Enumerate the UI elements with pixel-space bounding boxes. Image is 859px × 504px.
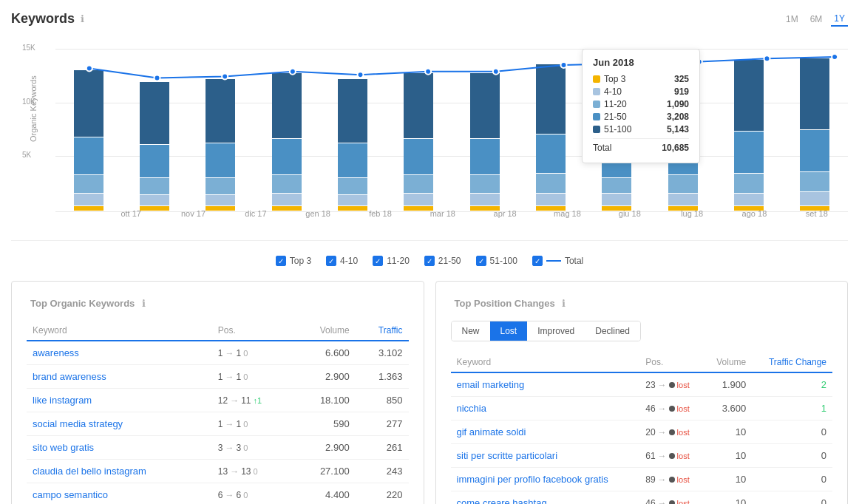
pos-cell: 1 → 1 0 — [218, 419, 288, 429]
volume-cell: 4.400 — [294, 483, 356, 505]
bar-segment — [206, 79, 235, 143]
bar-segment — [140, 145, 169, 177]
traffic-cell: 243 — [356, 460, 409, 483]
bar-segment — [206, 143, 235, 177]
time-filters: 1M 6M 1Y — [783, 12, 848, 27]
keyword-link[interactable]: nicchia — [457, 403, 486, 414]
legend-item[interactable]: ✓11-20 — [373, 256, 410, 266]
pos-cell: 89 → lost — [645, 474, 698, 485]
pos-cell: 3 → 3 0 — [218, 443, 288, 453]
table-row: brand awareness 1 → 1 0 2.900 1.363 — [27, 365, 409, 389]
x-label: ago 18 — [723, 209, 785, 218]
top-organic-panel: Top Organic Keywords ℹ Keyword Pos. Volu… — [11, 281, 424, 504]
keyword-link[interactable]: come creare hashtag — [457, 497, 547, 504]
bar-group — [782, 49, 848, 211]
keyword-link[interactable]: claudia del bello instagram — [33, 466, 146, 477]
legend-checkbox: ✓ — [532, 256, 543, 266]
traffic-cell: 1.363 — [356, 365, 409, 389]
bar-group — [716, 49, 781, 211]
legend-line — [546, 260, 561, 262]
keyword-link[interactable]: sito web gratis — [33, 442, 94, 453]
bar-segment — [536, 134, 566, 173]
table-row: campo semantico 6 → 6 0 4.400 220 — [27, 483, 409, 505]
bar-segment — [74, 70, 103, 137]
time-filter-1m[interactable]: 1M — [783, 13, 801, 26]
pos-cell: 1 → 1 0 — [218, 348, 288, 358]
pc-col-traffic: Traffic Change — [752, 353, 832, 372]
legend-checkbox: ✓ — [424, 256, 435, 266]
bar-segment — [206, 195, 235, 205]
bar-segment — [272, 175, 302, 193]
legend-item[interactable]: ✓4-10 — [326, 256, 358, 266]
bar-segment — [404, 175, 433, 193]
bar-segment — [338, 195, 367, 205]
traffic-cell: 3.102 — [356, 341, 409, 365]
lost-dot — [669, 500, 675, 505]
volume-cell: 10 — [704, 420, 752, 444]
tooltip-total: Total 10,685 — [593, 138, 689, 153]
traffic-cell: 850 — [356, 389, 409, 412]
bar-segment — [140, 195, 169, 205]
position-tab-new[interactable]: New — [452, 321, 490, 341]
position-tab-declined[interactable]: Declined — [585, 321, 640, 341]
table-row: come creare hashtag 46 → lost 10 0 — [451, 491, 833, 505]
x-label: set 18 — [786, 209, 848, 218]
keyword-link[interactable]: social media strategy — [33, 418, 123, 429]
bar-segment — [74, 137, 103, 174]
organic-keywords-table: Keyword Pos. Volume Traffic awareness 1 … — [27, 321, 409, 504]
time-filter-6m[interactable]: 6M — [807, 13, 826, 26]
volume-cell: 18.100 — [294, 389, 356, 412]
bar-segment — [74, 175, 103, 193]
legend-label: Top 3 — [290, 256, 311, 266]
bar-segment — [338, 79, 367, 143]
top-position-panel: Top Position Changes ℹ NewLostImprovedDe… — [435, 281, 849, 504]
legend-checkbox: ✓ — [476, 256, 486, 266]
pos-cell: 6 → 6 0 — [218, 490, 288, 500]
volume-cell: 10 — [704, 444, 752, 468]
x-label: mar 18 — [412, 209, 474, 218]
keyword-link[interactable]: campo semantico — [33, 489, 108, 500]
traffic-change-cell: 1 — [752, 397, 832, 420]
volume-cell: 3.600 — [704, 397, 752, 420]
keyword-link[interactable]: awareness — [33, 347, 79, 358]
bar-group — [452, 49, 517, 211]
traffic-cell: 220 — [356, 483, 409, 505]
bar-chart — [55, 49, 848, 211]
keyword-link[interactable]: immagini per profilo facebook gratis — [457, 474, 608, 485]
legend-item[interactable]: ✓21-50 — [424, 256, 461, 266]
bar-segment — [800, 130, 829, 171]
time-filter-1y[interactable]: 1Y — [831, 12, 848, 27]
legend-checkbox: ✓ — [373, 256, 383, 266]
legend-item[interactable]: ✓Total — [532, 256, 583, 266]
bar-segment — [470, 194, 500, 205]
traffic-cell: 261 — [356, 436, 409, 460]
table-row: claudia del bello instagram 13 → 13 0 27… — [27, 460, 409, 483]
keyword-link[interactable]: like instagram — [33, 395, 92, 406]
keyword-link[interactable]: siti per scritte particolari — [457, 450, 558, 461]
x-label: lug 18 — [661, 209, 723, 218]
table-row: sito web gratis 3 → 3 0 2.900 261 — [27, 436, 409, 460]
table-row: immagini per profilo facebook gratis 89 … — [451, 468, 833, 491]
bar-segment — [140, 178, 169, 194]
legend-item[interactable]: ✓51-100 — [476, 256, 517, 266]
x-label: mag 18 — [536, 209, 598, 218]
position-tab-improved[interactable]: Improved — [527, 321, 585, 341]
legend-item[interactable]: ✓Top 3 — [276, 256, 311, 266]
keyword-link[interactable]: gif animate soldi — [457, 426, 526, 437]
position-tab-lost[interactable]: Lost — [490, 321, 528, 341]
tooltip-row: 51-1005,143 — [593, 124, 689, 134]
lost-label: lost — [677, 404, 690, 413]
table-row: gif animate soldi 20 → lost 10 0 — [451, 420, 833, 444]
keyword-link[interactable]: email marketing — [457, 379, 525, 390]
position-tabs: NewLostImprovedDeclined — [451, 321, 641, 341]
lost-label: lost — [677, 452, 690, 460]
x-label: gen 18 — [287, 209, 349, 218]
pos-cell: 46 → lost — [645, 498, 698, 505]
x-axis-labels: ott 17nov 17dic 17gen 18feb 18mar 18apr … — [100, 209, 848, 218]
position-changes-table: Keyword Pos. Volume Traffic Change email… — [451, 353, 833, 504]
bar-segment — [536, 194, 566, 205]
keyword-link[interactable]: brand awareness — [33, 371, 106, 382]
bar-segment — [206, 178, 235, 194]
volume-cell: 6.600 — [294, 341, 356, 365]
bar-segment — [338, 178, 367, 194]
